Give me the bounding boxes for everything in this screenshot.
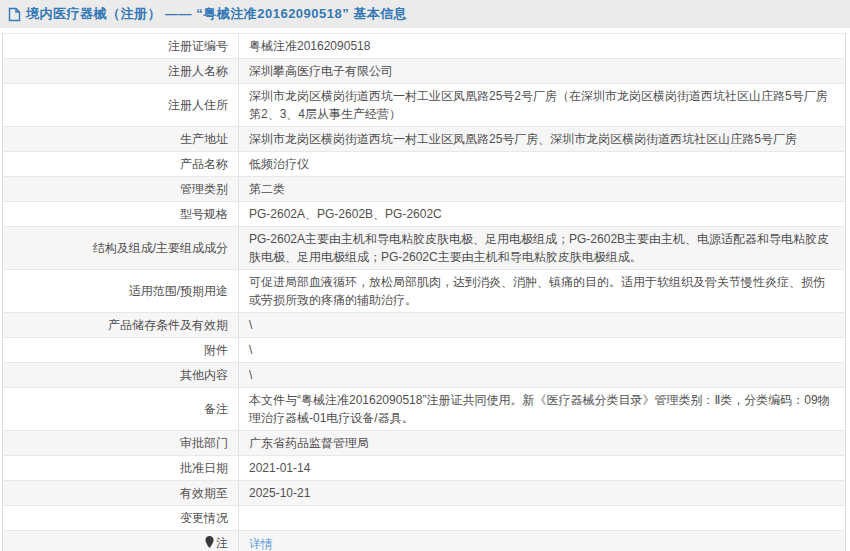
row-label-text: 备注 [204, 402, 228, 416]
row-label-text: 审批部门 [180, 436, 228, 450]
row-label: 管理类别 [3, 177, 239, 202]
row-label: 变更情况 [3, 506, 239, 531]
row-label-text: 注 [216, 536, 228, 550]
row-value: 广东省药品监督管理局 [239, 431, 846, 456]
row-value: 可促进局部血液循环，放松局部肌肉，达到消炎、消肿、镇痛的目的。适用于软组织及骨关… [239, 270, 846, 313]
table-row: 结构及组成/主要组成成分 PG-2602A主要由主机和导电粘胶皮肤电极、足用电极… [3, 227, 846, 270]
row-label: 注 [3, 531, 239, 551]
row-value: 详情 [239, 531, 846, 551]
row-label: 注册人住所 [3, 84, 239, 127]
row-label-text: 型号规格 [180, 207, 228, 221]
row-label: 附件 [3, 338, 239, 363]
table-row: 有效期至 2025-10-21 [3, 481, 846, 506]
table-row: 适用范围/预期用途 可促进局部血液循环，放松局部肌肉，达到消炎、消肿、镇痛的目的… [3, 270, 846, 313]
table-row: 生产地址 深圳市龙岗区横岗街道西坑一村工业区凤凰路25号厂房、深圳市龙岗区横岗街… [3, 127, 846, 152]
table-row: 审批部门 广东省药品监督管理局 [3, 431, 846, 456]
row-label: 有效期至 [3, 481, 239, 506]
row-label-text: 注册人名称 [168, 64, 228, 78]
table-row: 变更情况 [3, 506, 846, 531]
page-title: 境内医疗器械（注册） —— “粤械注准20162090518” 基本信息 [26, 5, 407, 23]
row-label-text: 其他内容 [180, 368, 228, 382]
row-label-text: 注册人住所 [168, 98, 228, 112]
row-label: 批准日期 [3, 456, 239, 481]
table-row: 其他内容 \ [3, 363, 846, 388]
page-header: 境内医疗器械（注册） —— “粤械注准20162090518” 基本信息 [0, 0, 850, 28]
row-label: 适用范围/预期用途 [3, 270, 239, 313]
table-row: 产品名称 低频治疗仪 [3, 152, 846, 177]
row-label-text: 注册证编号 [168, 39, 228, 53]
row-label-text: 有效期至 [180, 486, 228, 500]
row-label: 产品名称 [3, 152, 239, 177]
row-value: 粤械注准20162090518 [239, 34, 846, 59]
table-row: 产品储存条件及有效期 \ [3, 313, 846, 338]
row-value: 深圳市龙岗区横岗街道西坑一村工业区凤凰路25号2号厂房（在深圳市龙岗区横岗街道西… [239, 84, 846, 127]
table-row: 附件 \ [3, 338, 846, 363]
row-label-text: 产品储存条件及有效期 [108, 318, 228, 332]
row-label-text: 管理类别 [180, 182, 228, 196]
registration-info-table: 注册证编号 粤械注准20162090518 注册人名称 深圳攀高医疗电子有限公司… [2, 33, 846, 551]
row-label: 注册人名称 [3, 59, 239, 84]
pin-icon [205, 535, 214, 551]
table-row: 注册证编号 粤械注准20162090518 [3, 34, 846, 59]
row-value: 第二类 [239, 177, 846, 202]
row-value: 深圳攀高医疗电子有限公司 [239, 59, 846, 84]
table-row: 型号规格 PG-2602A、PG-2602B、PG-2602C [3, 202, 846, 227]
row-label: 注册证编号 [3, 34, 239, 59]
row-label-text: 适用范围/预期用途 [129, 284, 228, 298]
row-label: 审批部门 [3, 431, 239, 456]
row-value: PG-2602A、PG-2602B、PG-2602C [239, 202, 846, 227]
row-label-text: 结构及组成/主要组成成分 [93, 241, 228, 255]
table-row: 注册人名称 深圳攀高医疗电子有限公司 [3, 59, 846, 84]
row-label: 型号规格 [3, 202, 239, 227]
row-value [239, 506, 846, 531]
row-label: 结构及组成/主要组成成分 [3, 227, 239, 270]
detail-link[interactable]: 详情 [249, 537, 273, 551]
row-value: \ [239, 338, 846, 363]
row-label: 其他内容 [3, 363, 239, 388]
row-label-text: 附件 [204, 343, 228, 357]
row-label: 产品储存条件及有效期 [3, 313, 239, 338]
document-icon [8, 7, 21, 22]
row-label-text: 批准日期 [180, 461, 228, 475]
row-value: 本文件与“粤械注准20162090518”注册证共同使用。新《医疗器械分类目录》… [239, 388, 846, 431]
row-label-text: 产品名称 [180, 157, 228, 171]
row-label: 备注 [3, 388, 239, 431]
table-row: 注 详情 [3, 531, 846, 551]
table-row: 注册人住所 深圳市龙岗区横岗街道西坑一村工业区凤凰路25号2号厂房（在深圳市龙岗… [3, 84, 846, 127]
table-row: 管理类别 第二类 [3, 177, 846, 202]
row-label: 生产地址 [3, 127, 239, 152]
row-value: PG-2602A主要由主机和导电粘胶皮肤电极、足用电极组成；PG-2602B主要… [239, 227, 846, 270]
row-value: \ [239, 313, 846, 338]
row-label-text: 生产地址 [180, 132, 228, 146]
row-value: 低频治疗仪 [239, 152, 846, 177]
registration-info-panel: 注册证编号 粤械注准20162090518 注册人名称 深圳攀高医疗电子有限公司… [0, 28, 850, 551]
row-value: 2025-10-21 [239, 481, 846, 506]
info-table-body: 注册证编号 粤械注准20162090518 注册人名称 深圳攀高医疗电子有限公司… [3, 34, 846, 551]
row-value: \ [239, 363, 846, 388]
row-value: 2021-01-14 [239, 456, 846, 481]
row-label-text: 变更情况 [180, 511, 228, 525]
table-row: 备注 本文件与“粤械注准20162090518”注册证共同使用。新《医疗器械分类… [3, 388, 846, 431]
table-row: 批准日期 2021-01-14 [3, 456, 846, 481]
row-value: 深圳市龙岗区横岗街道西坑一村工业区凤凰路25号厂房、深圳市龙岗区横岗街道西坑社区… [239, 127, 846, 152]
